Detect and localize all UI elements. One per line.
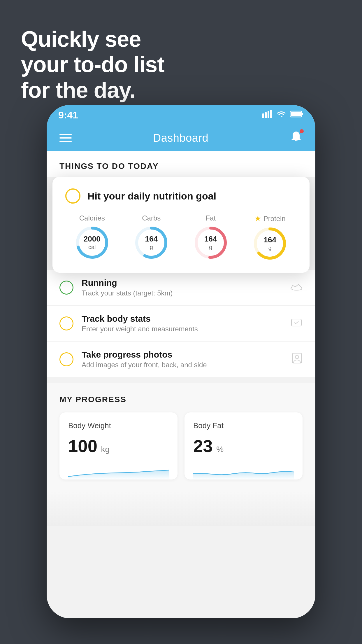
portrait-icon [291,352,303,367]
scale-icon [290,317,303,330]
svg-rect-6 [291,112,301,116]
navbar-title: Dashboard [153,132,208,144]
todo-item-running[interactable]: Running Track your stats (target: 5km) [47,270,315,306]
section-header: THINGS TO DO TODAY [47,151,315,177]
todo-circle-body-stats [59,316,73,330]
goal-protein: ★ Protein 164 g [252,214,287,261]
headline-line2: your to-do list [21,52,164,77]
todo-text-running: Running Track your stats (target: 5km) [82,278,282,297]
body-fat-chart [193,462,294,480]
todo-item-body-stats[interactable]: Track body stats Enter your weight and m… [47,306,315,342]
fat-value: 164 g [204,235,217,251]
headline: Quickly see your to-do list for the day. [21,26,164,103]
todo-circle-running [59,281,73,295]
headline-line1: Quickly see [21,27,141,51]
protein-label: ★ Protein [254,214,286,223]
calories-value: 2000 cal [84,235,101,251]
navbar: Dashboard [47,125,315,151]
progress-title: MY PROGRESS [59,395,303,404]
todo-subtitle-running: Track your stats (target: 5km) [82,289,282,297]
status-bar: 9:41 [47,105,315,125]
todo-subtitle-body-stats: Enter your weight and measurements [82,325,282,333]
body-weight-unit: kg [101,445,110,454]
carbs-label: Carbs [142,214,161,222]
progress-section: MY PROGRESS Body Weight 100 kg [47,383,315,491]
svg-rect-15 [291,319,301,326]
body-weight-value: 100 [68,436,97,456]
svg-rect-0 [262,113,264,118]
body-fat-label: Body Fat [193,421,294,430]
body-fat-value: 23 [193,436,213,456]
todo-title-running: Running [82,278,282,288]
fat-label: Fat [205,214,216,222]
nutrition-check-circle [65,188,80,204]
todo-text-photos: Take progress photos Add images of your … [82,350,283,369]
star-icon: ★ [254,214,261,223]
body-weight-card[interactable]: Body Weight 100 kg [59,412,178,480]
signal-icon [262,110,273,120]
svg-rect-1 [265,112,267,118]
nutrition-card-title: Hit your daily nutrition goal [87,190,216,202]
notification-bell-button[interactable] [290,130,303,146]
svg-rect-2 [268,111,269,118]
shoe-icon [290,281,303,294]
protein-value: 164 g [264,235,276,251]
todo-text-body-stats: Track body stats Enter your weight and m… [82,314,282,333]
nutrition-card[interactable]: Hit your daily nutrition goal Calories 2… [52,177,310,273]
body-fat-value-row: 23 % [193,436,294,456]
todo-title-photos: Take progress photos [82,350,283,360]
calories-ring: 2000 cal [75,225,110,260]
fat-ring: 164 g [193,225,228,260]
phone-bottom [47,491,315,526]
body-weight-chart [68,462,169,480]
battery-icon [290,110,304,120]
svg-rect-3 [270,110,272,118]
nutrition-card-header: Hit your daily nutrition goal [65,188,297,204]
hamburger-menu-button[interactable] [59,134,72,142]
todo-item-photos[interactable]: Take progress photos Add images of your … [47,342,315,377]
status-time: 9:41 [58,109,78,121]
body-weight-label: Body Weight [68,421,169,430]
carbs-value: 164 g [145,235,158,251]
goal-fat: Fat 164 g [193,214,228,261]
carbs-ring: 164 g [134,225,169,260]
protein-ring: 164 g [252,226,287,261]
section-title: THINGS TO DO TODAY [59,162,159,171]
todo-title-body-stats: Track body stats [82,314,282,324]
wifi-icon [276,110,286,120]
body-fat-card[interactable]: Body Fat 23 % [184,412,303,480]
todo-subtitle-photos: Add images of your front, back, and side [82,361,283,369]
svg-point-17 [295,355,299,359]
notification-dot [300,129,304,133]
todo-circle-photos [59,352,73,366]
status-icons [262,110,304,120]
bell-icon [290,133,303,146]
progress-cards: Body Weight 100 kg [59,412,303,480]
goal-calories: Calories 2000 cal [75,214,110,261]
nutrition-goals: Calories 2000 cal Carbs [65,214,297,261]
calories-label: Calories [79,214,105,222]
body-fat-unit: % [216,445,224,454]
phone-mockup: 9:41 [47,105,315,618]
goal-carbs: Carbs 164 g [134,214,169,261]
todo-list: Running Track your stats (target: 5km) T… [47,270,315,377]
svg-rect-5 [302,113,303,115]
body-weight-value-row: 100 kg [68,436,169,456]
headline-line3: for the day. [21,78,135,102]
